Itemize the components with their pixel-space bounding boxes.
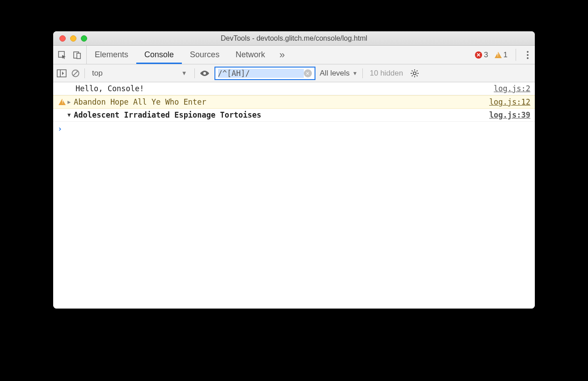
svg-line-14 bbox=[417, 75, 418, 76]
error-icon: ✕ bbox=[475, 51, 482, 59]
console-row-group[interactable]: ▼ Adolescent Irradiated Espionage Tortoi… bbox=[53, 109, 535, 122]
log-message: Abandon Hope All Ye Who Enter bbox=[74, 97, 489, 106]
console-output: Hello, Console! log.js:2 ▶ Abandon Hope … bbox=[53, 82, 535, 309]
divider bbox=[194, 68, 195, 78]
clear-filter-icon[interactable]: ✕ bbox=[304, 69, 312, 77]
log-message: Adolescent Irradiated Espionage Tortoise… bbox=[74, 110, 489, 119]
svg-line-16 bbox=[417, 70, 418, 71]
tab-console[interactable]: Console bbox=[136, 46, 182, 64]
window-controls bbox=[53, 35, 87, 42]
console-row-log[interactable]: Hello, Console! log.js:2 bbox=[53, 82, 535, 95]
disclosure-triangle-icon[interactable]: ▶ bbox=[67, 99, 74, 105]
more-tabs-button[interactable]: » bbox=[273, 49, 291, 61]
console-row-warning[interactable]: ▶ Abandon Hope All Ye Who Enter log.js:1… bbox=[53, 95, 535, 109]
svg-rect-2 bbox=[77, 53, 80, 59]
tab-network[interactable]: Network bbox=[227, 46, 273, 64]
panel-tabs: Elements Console Sources Network » bbox=[87, 46, 291, 64]
chevron-down-icon: ▼ bbox=[353, 70, 358, 76]
maximize-window-button[interactable] bbox=[81, 35, 87, 42]
prompt-chevron-icon: › bbox=[58, 124, 62, 133]
warning-count: 1 bbox=[504, 51, 508, 59]
console-settings-icon[interactable] bbox=[410, 69, 419, 78]
row-gutter bbox=[57, 99, 67, 105]
filter-value: /^[AH]/ bbox=[218, 69, 304, 78]
svg-point-8 bbox=[413, 72, 416, 74]
console-prompt[interactable]: › bbox=[53, 122, 535, 136]
devtools-window: DevTools - devtools.glitch.me/console/lo… bbox=[53, 31, 535, 309]
console-toolbar: top ▼ /^[AH]/ ✕ All levels ▼ 10 hidden bbox=[53, 64, 535, 82]
tab-sources[interactable]: Sources bbox=[182, 46, 227, 64]
svg-line-13 bbox=[412, 70, 413, 71]
error-count: 3 bbox=[484, 51, 488, 59]
hidden-messages-count[interactable]: 10 hidden bbox=[367, 69, 406, 78]
warning-icon bbox=[59, 99, 66, 105]
live-expression-icon[interactable] bbox=[199, 70, 210, 77]
filter-input[interactable]: /^[AH]/ ✕ bbox=[214, 67, 315, 80]
svg-line-15 bbox=[412, 75, 413, 76]
issue-counts[interactable]: ✕ 3 1 bbox=[475, 51, 511, 59]
window-title: DevTools - devtools.glitch.me/console/lo… bbox=[53, 34, 535, 42]
context-label: top bbox=[92, 69, 103, 78]
panel-tabbar: Elements Console Sources Network » ✕ 3 1 bbox=[53, 46, 535, 64]
log-message: Hello, Console! bbox=[67, 84, 494, 93]
execution-context-selector[interactable]: top ▼ bbox=[89, 69, 190, 78]
svg-rect-3 bbox=[57, 70, 66, 77]
warning-icon bbox=[495, 52, 502, 58]
source-link[interactable]: log.js:2 bbox=[494, 84, 530, 93]
source-link[interactable]: log.js:12 bbox=[489, 97, 530, 106]
levels-label: All levels bbox=[320, 69, 350, 78]
svg-line-6 bbox=[73, 71, 78, 76]
divider bbox=[362, 68, 363, 78]
settings-menu-button[interactable] bbox=[521, 51, 535, 59]
inspect-element-icon[interactable] bbox=[58, 51, 67, 59]
console-sidebar-toggle-icon[interactable] bbox=[57, 69, 67, 78]
minimize-window-button[interactable] bbox=[70, 35, 76, 42]
tab-elements[interactable]: Elements bbox=[87, 46, 136, 64]
log-levels-selector[interactable]: All levels ▼ bbox=[320, 69, 358, 78]
close-window-button[interactable] bbox=[59, 35, 66, 42]
chevron-down-icon: ▼ bbox=[181, 70, 187, 76]
inspect-tools bbox=[53, 46, 87, 64]
source-link[interactable]: log.js:39 bbox=[489, 110, 530, 119]
svg-point-7 bbox=[203, 72, 206, 75]
disclosure-triangle-icon[interactable]: ▼ bbox=[67, 112, 74, 118]
divider bbox=[516, 49, 516, 61]
clear-console-icon[interactable] bbox=[71, 69, 80, 78]
titlebar: DevTools - devtools.glitch.me/console/lo… bbox=[53, 31, 535, 46]
divider bbox=[84, 68, 85, 78]
device-toolbar-icon[interactable] bbox=[73, 51, 82, 59]
